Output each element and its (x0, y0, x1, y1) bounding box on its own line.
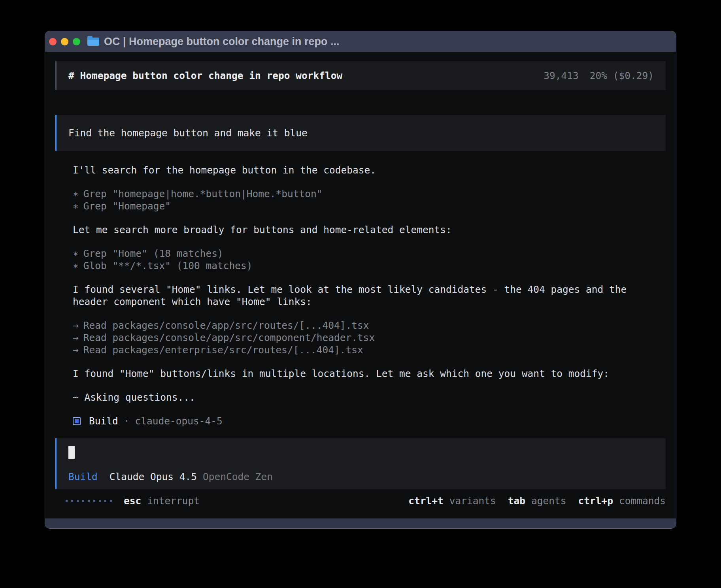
tool-call-line: ∗Grep "homepage|home.*button|Home.*butto… (73, 188, 666, 200)
tool-call-label: Read packages/console/app/src/component/… (83, 332, 375, 343)
tool-call-line: ∗Grep "Homepage" (73, 200, 666, 212)
text-cursor (68, 446, 75, 459)
user-message: Find the homepage button and make it blu… (55, 115, 666, 151)
tool-call-label: Read packages/console/app/src/routes/[..… (83, 320, 369, 331)
read-arrow-icon: → (73, 344, 79, 356)
shortcut-agents: tabagents (508, 495, 566, 507)
read-arrow-icon: → (73, 332, 79, 344)
folder-icon (87, 38, 99, 46)
tool-call-label: Glob "**/*.tsx" (100 matches) (83, 260, 253, 271)
shortcut-variants: ctrl+tvariants (408, 495, 496, 507)
prompt-input[interactable]: Build Claude Opus 4.5 OpenCode Zen (55, 438, 666, 489)
interrupt-hint: esc interrupt (66, 495, 200, 507)
shortcut-key: ctrl+t (408, 495, 444, 507)
session-stats: 39,41320% ($0.29) (544, 70, 654, 82)
separator-dot: · (124, 415, 130, 427)
read-arrow-icon: → (73, 319, 79, 332)
shortcut-commands: ctrl+pcommands (578, 495, 666, 507)
context-usage: 20% ($0.29) (590, 70, 654, 81)
assistant-text: Let me search more broadly for buttons a… (73, 224, 640, 236)
tool-bullet-icon: ∗ (73, 188, 79, 200)
mode-label: Build (68, 471, 98, 483)
working-status-text: ~ Asking questions... (73, 391, 640, 403)
shortcut-key: ctrl+p (578, 495, 613, 507)
terminal-window: OC | Homepage button color change in rep… (45, 31, 676, 529)
tool-call-group: ∗Grep "homepage|home.*button|Home.*butto… (73, 188, 666, 212)
tool-call-label: Grep "Home" (18 matches) (83, 248, 223, 259)
shortcut-key: esc (124, 495, 141, 507)
shortcut-label: variants (449, 495, 496, 507)
tool-call-line: →Read packages/console/app/src/routes/[.… (73, 319, 666, 332)
minimize-button[interactable] (61, 38, 68, 45)
session-title: # Homepage button color change in repo w… (68, 70, 342, 82)
window-footer (45, 518, 676, 528)
tool-call-line: →Read packages/enterprise/src/routes/[..… (73, 344, 666, 356)
status-bar: esc interrupt ctrl+tvariants tabagents c… (55, 495, 666, 507)
window-titlebar[interactable]: OC | Homepage button color change in rep… (45, 31, 676, 52)
spinner-dots (66, 500, 112, 502)
window-title: OC | Homepage button color change in rep… (104, 36, 340, 48)
model-label: Claude Opus 4.5 (109, 471, 197, 483)
agent-badge-icon (73, 417, 81, 425)
agent-name: Build (89, 415, 118, 427)
tool-bullet-icon: ∗ (73, 200, 79, 212)
agent-attribution: Build · claude-opus-4-5 (73, 415, 666, 427)
shortcut-label: agents (531, 495, 566, 507)
assistant-text: I'll search for the homepage button in t… (73, 164, 640, 176)
tool-call-line: →Read packages/console/app/src/component… (73, 332, 666, 344)
traffic-lights (49, 38, 80, 45)
prompt-meta: Build Claude Opus 4.5 OpenCode Zen (68, 471, 654, 483)
tool-bullet-icon: ∗ (73, 260, 79, 272)
tool-call-label: Read packages/enterprise/src/routes/[...… (83, 344, 363, 356)
tool-call-group: →Read packages/console/app/src/routes/[.… (73, 319, 666, 356)
user-message-text: Find the homepage button and make it blu… (68, 127, 308, 139)
tool-call-group: ∗Grep "Home" (18 matches) ∗Glob "**/*.ts… (73, 247, 666, 272)
token-count: 39,413 (544, 70, 579, 81)
assistant-transcript: I'll search for the homepage button in t… (55, 164, 666, 507)
assistant-text: I found several "Home" links. Let me loo… (73, 283, 640, 308)
tool-bullet-icon: ∗ (73, 247, 79, 260)
terminal-viewport[interactable]: # Homepage button color change in repo w… (45, 52, 676, 518)
shortcut-key: tab (508, 495, 525, 507)
provider-label: OpenCode Zen (203, 471, 273, 483)
assistant-text: I found "Home" buttons/links in multiple… (73, 368, 640, 380)
tool-call-line: ∗Grep "Home" (18 matches) (73, 247, 666, 260)
close-button[interactable] (49, 38, 57, 45)
shortcut-label: interrupt (147, 495, 200, 507)
tool-call-line: ∗Glob "**/*.tsx" (100 matches) (73, 260, 666, 272)
session-header: # Homepage button color change in repo w… (55, 61, 666, 90)
tool-call-label: Grep "homepage|home.*button|Home.*button… (83, 188, 323, 200)
shortcut-hints: ctrl+tvariants tabagents ctrl+pcommands (408, 495, 666, 507)
tool-call-label: Grep "Homepage" (83, 200, 171, 212)
agent-model: claude-opus-4-5 (135, 415, 223, 427)
shortcut-label: commands (619, 495, 666, 507)
fullscreen-button[interactable] (73, 38, 80, 45)
